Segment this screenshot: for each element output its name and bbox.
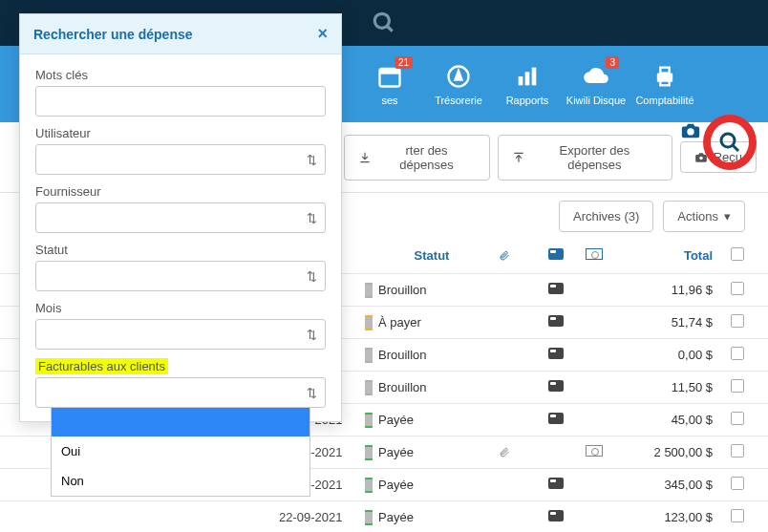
- svg-rect-6: [519, 76, 523, 85]
- badge: 3: [606, 56, 619, 69]
- cell-checkbox[interactable]: [718, 444, 757, 460]
- cell-statut: Payée: [365, 477, 499, 493]
- cell-statut: Brouillon: [365, 347, 499, 363]
- cell-statut: Payée: [365, 444, 499, 460]
- mots-cles-input[interactable]: [35, 86, 326, 117]
- nav-label: Trésorerie: [435, 95, 482, 106]
- nav-label: Kiwili Disque: [566, 95, 626, 106]
- cell-checkbox[interactable]: [718, 314, 757, 330]
- updown-icon: ⇅: [307, 269, 317, 284]
- cell-total: 11,50 $: [613, 380, 718, 394]
- cell-attach: [499, 446, 537, 459]
- nav-tresorerie[interactable]: Trésorerie: [424, 51, 493, 117]
- import-expense-button[interactable]: rter des dépenses: [344, 135, 490, 181]
- nav-comptabilite[interactable]: Comptabilité: [630, 51, 699, 117]
- modal-header: Rechercher une dépense ×: [20, 14, 341, 54]
- facturables-dropdown: Oui Non: [51, 408, 310, 497]
- svg-point-12: [721, 134, 735, 147]
- nav-kiwili-disque[interactable]: 3 Kiwili Disque: [562, 51, 630, 117]
- option-blank[interactable]: [52, 408, 309, 436]
- nav-rapports[interactable]: Rapports: [493, 51, 562, 117]
- export-expense-button[interactable]: Exporter des dépenses: [498, 135, 672, 181]
- field-fournisseur: Fournisseur ⇅: [35, 184, 326, 233]
- highlighted-label: Facturables aux clients: [35, 358, 168, 374]
- camera-icon[interactable]: [678, 120, 703, 141]
- mois-select[interactable]: ⇅: [35, 319, 326, 350]
- svg-point-14: [687, 128, 693, 135]
- cell-card: [537, 478, 575, 492]
- cell-card: [537, 380, 575, 394]
- btn-label: Actions: [677, 209, 718, 223]
- cell-statut: Brouillon: [365, 379, 499, 395]
- utilisateur-select[interactable]: ⇅: [35, 144, 326, 175]
- updown-icon: ⇅: [307, 153, 317, 167]
- cell-card: [537, 510, 575, 524]
- field-utilisateur: Utilisateur ⇅: [35, 126, 326, 175]
- cell-checkbox[interactable]: [718, 477, 757, 493]
- field-facturables: Facturables aux clients ⇅ Oui Non: [35, 359, 326, 408]
- th-statut[interactable]: Statut: [365, 248, 499, 263]
- cell-checkbox[interactable]: [718, 379, 757, 395]
- btn-label: Exporter des dépenses: [531, 143, 658, 172]
- search-icon[interactable]: [372, 11, 396, 35]
- label: Facturables aux clients: [35, 359, 326, 373]
- updown-icon: ⇅: [307, 328, 317, 342]
- label: Mois: [35, 301, 326, 315]
- highlighted-search-icon[interactable]: [703, 115, 757, 170]
- fournisseur-select[interactable]: ⇅: [35, 202, 326, 233]
- label: Utilisateur: [35, 126, 326, 140]
- cell-card: [537, 413, 575, 427]
- modal-title: Rechercher une dépense: [33, 27, 193, 42]
- cell-total: 11,96 $: [613, 283, 718, 297]
- btn-label: Archives (3): [573, 209, 639, 223]
- th-card: [537, 248, 575, 263]
- chart-icon: [513, 62, 542, 91]
- option-oui[interactable]: Oui: [52, 436, 309, 466]
- th-cash: [575, 248, 613, 263]
- btn-label: rter des dépenses: [377, 143, 476, 172]
- actions-button[interactable]: Actions ▾: [663, 201, 745, 232]
- cell-date: 22-09-2021: [279, 510, 365, 524]
- cell-statut: Payée: [365, 509, 499, 525]
- svg-rect-8: [532, 68, 537, 86]
- facturables-select[interactable]: ⇅: [35, 377, 326, 408]
- th-total[interactable]: Total: [613, 248, 718, 263]
- cell-checkbox[interactable]: [718, 412, 757, 428]
- download-icon: [358, 151, 372, 164]
- cell-total: 123,00 $: [613, 510, 718, 524]
- cell-checkbox[interactable]: [718, 509, 757, 525]
- cell-statut: À payer: [365, 314, 499, 330]
- search-expense-modal: Rechercher une dépense × Mots clés Utili…: [19, 13, 342, 422]
- cell-card: [537, 283, 575, 297]
- svg-rect-7: [525, 72, 530, 85]
- label: Fournisseur: [35, 184, 326, 199]
- label: Statut: [35, 243, 326, 257]
- cell-checkbox[interactable]: [718, 282, 757, 298]
- th-attach: [499, 249, 537, 263]
- close-icon[interactable]: ×: [317, 24, 328, 44]
- field-statut: Statut ⇅: [35, 243, 326, 291]
- label: Mots clés: [35, 68, 326, 82]
- svg-point-15: [699, 156, 703, 160]
- field-mots-cles: Mots clés: [35, 68, 326, 117]
- svg-line-1: [387, 26, 392, 31]
- archives-button[interactable]: Archives (3): [559, 201, 653, 232]
- cell-total: 0,00 $: [613, 348, 718, 362]
- statut-select[interactable]: ⇅: [35, 261, 326, 291]
- upload-icon: [512, 151, 525, 164]
- updown-icon: ⇅: [307, 211, 317, 225]
- table-row[interactable]: 22-09-2021Payée123,00 $: [0, 501, 768, 532]
- cell-total: 345,00 $: [613, 478, 718, 492]
- updown-icon: ⇅: [307, 386, 317, 400]
- nav-label: ses: [381, 95, 397, 106]
- field-mois: Mois ⇅: [35, 301, 326, 350]
- option-non[interactable]: Non: [52, 466, 309, 496]
- nav-depenses[interactable]: 21 ses: [355, 51, 424, 117]
- svg-marker-5: [456, 71, 462, 79]
- cell-checkbox[interactable]: [718, 347, 757, 363]
- th-checkbox[interactable]: [718, 247, 757, 264]
- svg-point-0: [374, 13, 389, 28]
- svg-rect-3: [380, 69, 400, 74]
- cell-statut: Brouillon: [365, 282, 499, 298]
- caret-down-icon: ▾: [724, 209, 731, 223]
